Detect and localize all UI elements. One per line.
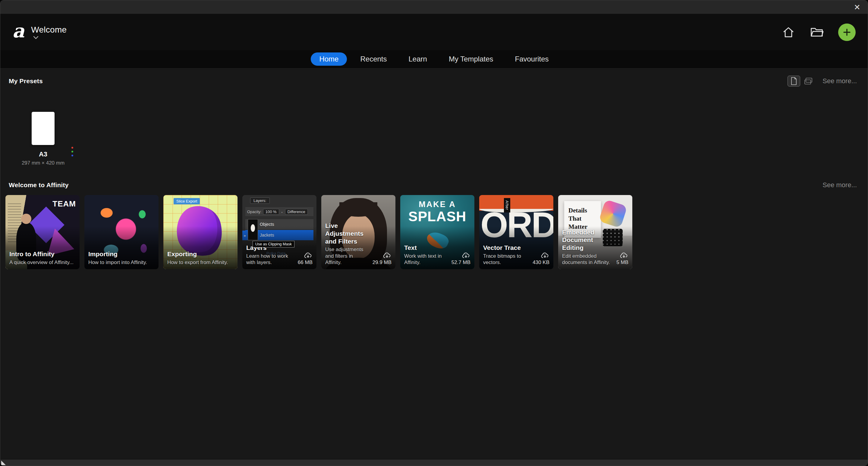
templates-view-button[interactable] [802, 76, 815, 87]
app-window: ✕ a Welcome Home Recents Learn My Templa… [0, 0, 868, 466]
tab-favourites[interactable]: Favourites [507, 53, 557, 66]
card-live-adjustments-and-filters[interactable]: Live Adjustments and Filters Use adjustm… [321, 195, 396, 269]
thumb-layer-preview [248, 219, 258, 240]
card-title: Importing [88, 250, 147, 258]
preset-a3[interactable]: A3 297 mm × 420 mm [4, 112, 82, 166]
new-document-view-button[interactable] [787, 76, 800, 87]
card-importing[interactable]: Importing How to import into Affinity. [84, 195, 158, 269]
card-title: Live Adjustments and Filters [325, 222, 370, 245]
titlebar: ✕ [0, 0, 868, 14]
card-subtitle: How to export from Affinity. [167, 259, 228, 266]
tutorial-cards-row: TEAM Intro to Affinity A quick overview … [0, 195, 868, 269]
thumb-after-label: After [504, 198, 510, 213]
card-intro-to-affinity[interactable]: TEAM Intro to Affinity A quick overview … [5, 195, 80, 269]
home-button[interactable] [781, 25, 795, 39]
card-title: Vector Trace [483, 244, 530, 252]
welcome-see-more-link[interactable]: See more... [823, 181, 857, 189]
card-overlay: Embedded Document Editing Edit embedded … [558, 195, 632, 269]
home-icon [782, 26, 795, 38]
card-vector-trace[interactable]: ORD After Vector Trace Trace bitmaps to … [479, 195, 553, 269]
green-dot [71, 151, 73, 153]
card-subtitle: Use adjustments and filters in Affinity. [325, 246, 370, 266]
chevron-down-icon[interactable] [33, 36, 39, 39]
card-subtitle: Edit embedded documents in Affinity. [562, 253, 613, 266]
page-title: Welcome [31, 25, 67, 35]
main-content: My Presets See more... A3 297 mm × 420 m… [0, 68, 868, 459]
new-document-button[interactable] [838, 24, 856, 41]
card-overlay: Vector Trace Trace bitmaps to vectors. 4… [479, 195, 553, 269]
tab-bar: Home Recents Learn My Templates Favourit… [0, 50, 868, 68]
card-title: Intro to Affinity [9, 250, 73, 258]
card-subtitle: A quick overview of Affinity... [9, 259, 73, 266]
download-icon[interactable] [304, 252, 313, 259]
card-text[interactable]: MAKE A SPLASH Text Work with text in Aff… [400, 195, 474, 269]
open-file-button[interactable] [810, 25, 824, 39]
card-subtitle: How to import into Affinity. [88, 259, 147, 266]
affinity-logo-icon: a [12, 22, 24, 40]
download-icon[interactable] [382, 252, 392, 259]
header: a Welcome [0, 14, 868, 50]
card-title: Text [404, 244, 448, 252]
card-embedded-document-editing[interactable]: Details That Matter Embedded Document Ed… [558, 195, 632, 269]
card-layers[interactable]: Layers: Opacity: 100 % ⌄ Difference Obje… [242, 195, 316, 269]
status-bar [0, 459, 868, 466]
close-button[interactable]: ✕ [851, 2, 864, 13]
preset-dimensions: 297 mm × 420 mm [22, 160, 64, 166]
window-title-wrap: Welcome [31, 25, 67, 39]
welcome-section-header: Welcome to Affinity See more... [0, 181, 868, 189]
download-size: 5 MB [616, 259, 628, 266]
preset-name: A3 [39, 150, 47, 158]
plus-icon [842, 28, 851, 37]
presets-row: A3 297 mm × 420 mm [0, 112, 868, 166]
tab-recents[interactable]: Recents [352, 53, 395, 66]
download-icon[interactable] [461, 252, 470, 259]
card-title: Exporting [167, 250, 228, 258]
card-exporting[interactable]: Slice Export Exporting How to export fro… [163, 195, 238, 269]
presets-section-title: My Presets [9, 77, 43, 85]
tab-home[interactable]: Home [311, 53, 347, 66]
download-size: 29.9 MB [373, 259, 392, 266]
presets-see-more-link[interactable]: See more... [823, 77, 857, 85]
card-overlay: Exporting How to export from Affinity. [163, 195, 238, 269]
card-overlay: Text Work with text in Affinity. 52.7 MB [400, 195, 474, 269]
tab-learn[interactable]: Learn [400, 53, 435, 66]
preset-thumbnail [32, 112, 55, 145]
rgb-dots-indicator [71, 147, 73, 156]
card-subtitle: Learn how to work with layers. [246, 253, 295, 266]
stacked-images-icon [804, 77, 812, 85]
header-actions [781, 24, 856, 41]
thumb-tooltip: Use as Clipping Mask [253, 241, 294, 247]
folder-icon [810, 27, 824, 38]
card-title: Embedded Document Editing [562, 228, 613, 252]
presets-view-toggle [787, 76, 815, 87]
red-dot [71, 147, 73, 149]
card-subtitle: Trace bitmaps to vectors. [483, 253, 530, 266]
download-size: 430 KB [532, 259, 550, 266]
download-size: 66 MB [298, 259, 313, 266]
card-overlay: Intro to Affinity A quick overview of Af… [5, 195, 80, 269]
download-icon[interactable] [619, 252, 628, 259]
download-size: 52.7 MB [452, 259, 470, 266]
card-overlay: Live Adjustments and Filters Use adjustm… [321, 195, 396, 269]
presets-section-header: My Presets See more... [0, 76, 868, 87]
resize-grip[interactable] [1, 461, 6, 465]
download-icon[interactable] [540, 252, 550, 259]
card-subtitle: Work with text in Affinity. [404, 253, 448, 266]
page-icon [791, 77, 797, 85]
tab-my-templates[interactable]: My Templates [440, 53, 502, 66]
card-overlay: Importing How to import into Affinity. [84, 195, 158, 269]
blue-dot [71, 155, 73, 156]
welcome-section-title: Welcome to Affinity [9, 182, 69, 189]
